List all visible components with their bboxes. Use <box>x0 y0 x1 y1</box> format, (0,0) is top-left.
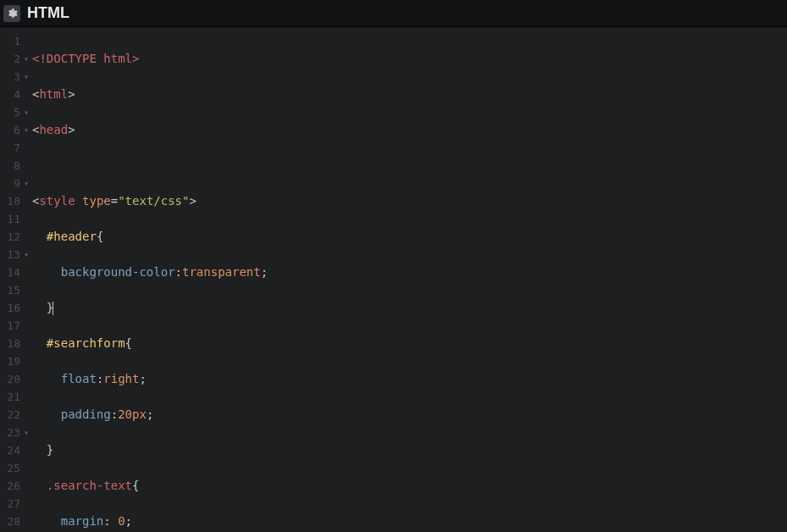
line-number: 13▾ <box>0 246 27 263</box>
line-number: 2▾ <box>0 50 27 68</box>
editor-header: HTML <box>0 0 787 27</box>
line-number: 19 <box>0 352 27 370</box>
line-number: 18 <box>0 335 27 352</box>
gear-icon[interactable] <box>3 5 20 22</box>
line-number: 8 <box>0 157 27 175</box>
line-number: 12 <box>0 228 27 246</box>
line-number: 22 <box>0 406 27 424</box>
line-number: 3▾ <box>0 68 27 86</box>
text-cursor <box>53 302 53 315</box>
line-number: 1 <box>0 32 27 50</box>
line-number: 28 <box>0 513 27 530</box>
line-number: 15 <box>0 281 27 299</box>
line-number: 14 <box>0 263 27 281</box>
line-number: 5▾ <box>0 103 27 121</box>
line-number: 24 <box>0 441 27 459</box>
line-number: 23▾ <box>0 424 27 441</box>
fold-icon[interactable]: ▾ <box>24 50 29 68</box>
panel-title: HTML <box>27 4 69 22</box>
line-number: 6▾ <box>0 121 27 139</box>
line-number: 26 <box>0 477 27 495</box>
line-number: 17 <box>0 317 27 335</box>
fold-icon[interactable]: ▾ <box>24 246 29 263</box>
line-number: 16 <box>0 299 27 317</box>
code-editor[interactable]: 12▾3▾45▾6▾789▾10111213▾14151617181920212… <box>0 27 787 532</box>
code-area[interactable]: <!DOCTYPE html> <html> <head> <style typ… <box>27 27 787 532</box>
line-number: 21 <box>0 388 27 406</box>
line-number: 25 <box>0 459 27 477</box>
fold-icon[interactable]: ▾ <box>24 424 29 441</box>
line-number: 9▾ <box>0 175 27 192</box>
fold-icon[interactable]: ▾ <box>24 68 29 86</box>
line-number: 4 <box>0 86 27 103</box>
fold-icon[interactable]: ▾ <box>24 175 29 192</box>
line-number: 27 <box>0 495 27 513</box>
line-number: 10 <box>0 192 27 210</box>
fold-icon[interactable]: ▾ <box>24 121 29 139</box>
fold-icon[interactable]: ▾ <box>24 103 29 121</box>
line-number: 7 <box>0 139 27 157</box>
line-number: 20 <box>0 370 27 388</box>
line-gutter: 12▾3▾45▾6▾789▾10111213▾14151617181920212… <box>0 27 27 532</box>
code-token: <!DOCTYPE html> <box>32 52 139 65</box>
line-number: 11 <box>0 210 27 228</box>
